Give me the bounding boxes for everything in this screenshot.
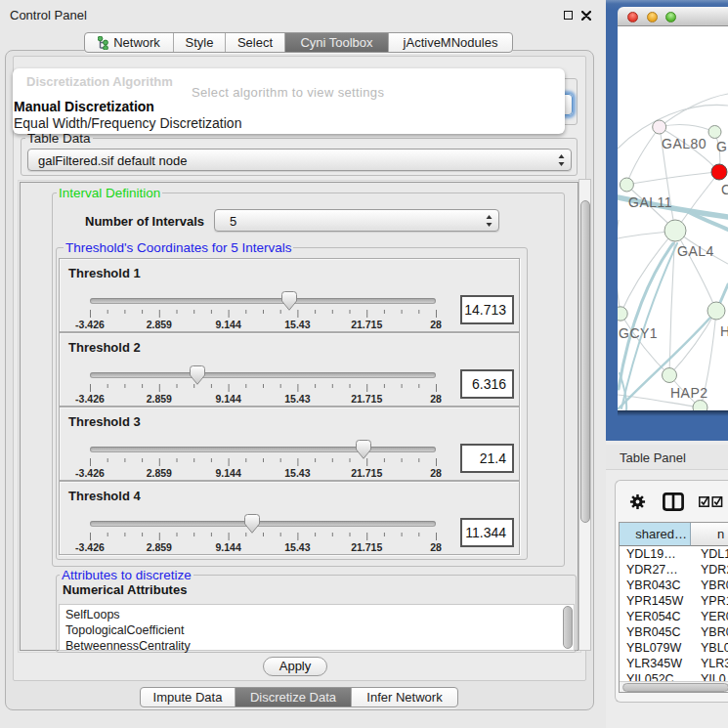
- svg-text:H: H: [720, 323, 728, 339]
- svg-text:C: C: [721, 182, 728, 197]
- svg-text:HAP2: HAP2: [670, 385, 708, 401]
- svg-text:GAL11: GAL11: [628, 194, 672, 210]
- svg-text:G: G: [716, 139, 727, 154]
- svg-text:GAL4: GAL4: [677, 243, 714, 259]
- svg-text:GCY1: GCY1: [619, 325, 658, 341]
- svg-text:GAL80: GAL80: [662, 136, 707, 151]
